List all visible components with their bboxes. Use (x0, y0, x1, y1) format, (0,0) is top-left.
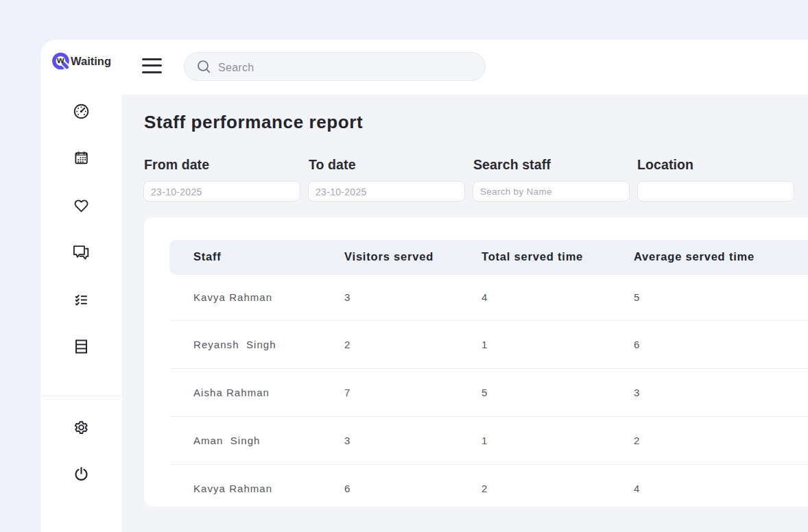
svg-text:w: w (56, 55, 64, 65)
